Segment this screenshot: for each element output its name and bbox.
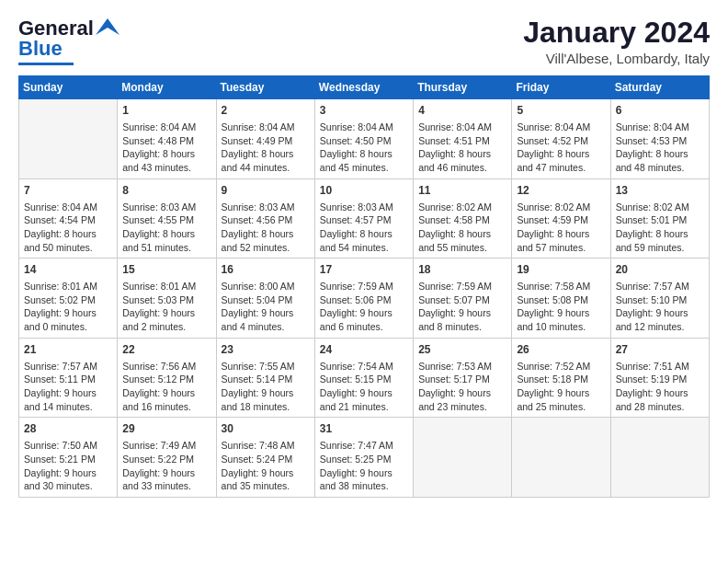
logo-divider [18,63,74,65]
col-friday: Friday [512,76,610,99]
calendar-cell: 11Sunrise: 8:02 AMSunset: 4:58 PMDayligh… [414,178,512,259]
calendar-cell: 26Sunrise: 7:52 AMSunset: 5:18 PMDayligh… [512,338,610,418]
calendar-cell: 4Sunrise: 8:04 AMSunset: 4:51 PMDaylight… [414,99,512,179]
day-number: 28 [24,421,112,437]
day-number: 17 [320,262,408,278]
col-thursday: Thursday [414,76,512,99]
day-number: 22 [122,342,210,358]
calendar-week-row-3: 14Sunrise: 8:01 AMSunset: 5:02 PMDayligh… [19,259,710,339]
day-info: Sunrise: 8:04 AMSunset: 4:54 PMDaylight:… [24,201,112,255]
calendar-cell [414,418,512,498]
day-number: 26 [517,342,605,358]
calendar-cell [512,418,610,498]
calendar-cell: 1Sunrise: 8:04 AMSunset: 4:48 PMDaylight… [118,99,216,179]
day-info: Sunrise: 8:03 AMSunset: 4:55 PMDaylight:… [122,201,210,255]
calendar-week-row-2: 7Sunrise: 8:04 AMSunset: 4:54 PMDaylight… [19,178,710,259]
day-number: 15 [122,262,210,278]
day-number: 13 [616,183,704,199]
day-number: 9 [222,183,310,199]
day-number: 29 [122,421,210,437]
calendar-cell: 2Sunrise: 8:04 AMSunset: 4:49 PMDaylight… [216,99,314,179]
day-info: Sunrise: 8:02 AMSunset: 5:01 PMDaylight:… [616,201,704,255]
day-info: Sunrise: 8:01 AMSunset: 5:02 PMDaylight:… [24,280,112,334]
calendar-cell: 10Sunrise: 8:03 AMSunset: 4:57 PMDayligh… [314,178,413,259]
day-info: Sunrise: 7:52 AMSunset: 5:18 PMDaylight:… [517,360,605,414]
day-number: 25 [418,342,506,358]
calendar-cell: 25Sunrise: 7:53 AMSunset: 5:17 PMDayligh… [414,338,512,418]
day-info: Sunrise: 8:02 AMSunset: 4:58 PMDaylight:… [418,201,506,255]
day-info: Sunrise: 7:55 AMSunset: 5:14 PMDaylight:… [222,360,310,414]
calendar-week-row-5: 28Sunrise: 7:50 AMSunset: 5:21 PMDayligh… [19,418,710,498]
col-saturday: Saturday [610,76,709,99]
col-sunday: Sunday [19,76,118,99]
day-number: 14 [24,262,112,278]
calendar-cell: 12Sunrise: 8:02 AMSunset: 4:59 PMDayligh… [512,178,610,259]
calendar-cell: 18Sunrise: 7:59 AMSunset: 5:07 PMDayligh… [414,259,512,339]
day-number: 3 [320,103,408,119]
col-monday: Monday [118,76,216,99]
day-info: Sunrise: 8:04 AMSunset: 4:52 PMDaylight:… [517,121,605,175]
calendar-cell [610,418,709,498]
day-info: Sunrise: 8:02 AMSunset: 4:59 PMDaylight:… [517,201,605,255]
day-number: 23 [222,342,310,358]
calendar-cell: 27Sunrise: 7:51 AMSunset: 5:19 PMDayligh… [610,338,709,418]
day-number: 27 [616,342,704,358]
day-number: 8 [122,183,210,199]
day-info: Sunrise: 7:57 AMSunset: 5:10 PMDaylight:… [616,280,704,334]
logo-blue: Blue [18,37,63,61]
day-info: Sunrise: 7:59 AMSunset: 5:06 PMDaylight:… [320,280,408,334]
day-number: 18 [418,262,506,278]
calendar-cell: 5Sunrise: 8:04 AMSunset: 4:52 PMDaylight… [512,99,610,179]
page: General Blue January 2024 Vill'Albese, L… [0,0,728,507]
logo: General Blue [18,17,119,65]
header: General Blue January 2024 Vill'Albese, L… [18,17,710,66]
logo-bird-icon [96,18,119,35]
day-info: Sunrise: 7:50 AMSunset: 5:21 PMDaylight:… [24,439,112,493]
calendar-cell: 21Sunrise: 7:57 AMSunset: 5:11 PMDayligh… [19,338,118,418]
day-info: Sunrise: 7:57 AMSunset: 5:11 PMDaylight:… [24,360,112,414]
day-info: Sunrise: 7:58 AMSunset: 5:08 PMDaylight:… [517,280,605,334]
day-number: 5 [517,103,605,119]
day-info: Sunrise: 7:51 AMSunset: 5:19 PMDaylight:… [616,360,704,414]
day-number: 20 [616,262,704,278]
day-info: Sunrise: 8:04 AMSunset: 4:51 PMDaylight:… [418,121,506,175]
calendar-cell: 31Sunrise: 7:47 AMSunset: 5:25 PMDayligh… [314,418,413,498]
day-info: Sunrise: 8:03 AMSunset: 4:57 PMDaylight:… [320,201,408,255]
svg-marker-0 [96,18,119,35]
day-number: 12 [517,183,605,199]
day-info: Sunrise: 7:53 AMSunset: 5:17 PMDaylight:… [418,360,506,414]
calendar-cell: 16Sunrise: 8:00 AMSunset: 5:04 PMDayligh… [216,259,314,339]
day-info: Sunrise: 8:04 AMSunset: 4:50 PMDaylight:… [320,121,408,175]
calendar-cell: 8Sunrise: 8:03 AMSunset: 4:55 PMDaylight… [118,178,216,259]
day-info: Sunrise: 7:56 AMSunset: 5:12 PMDaylight:… [122,360,210,414]
calendar-cell: 17Sunrise: 7:59 AMSunset: 5:06 PMDayligh… [314,259,413,339]
calendar-week-row-4: 21Sunrise: 7:57 AMSunset: 5:11 PMDayligh… [19,338,710,418]
title-area: January 2024 Vill'Albese, Lombardy, Ital… [523,17,710,66]
calendar-cell: 20Sunrise: 7:57 AMSunset: 5:10 PMDayligh… [610,259,709,339]
day-number: 21 [24,342,112,358]
day-number: 1 [122,103,210,119]
day-number: 2 [222,103,310,119]
day-info: Sunrise: 8:04 AMSunset: 4:53 PMDaylight:… [616,121,704,175]
calendar-cell: 22Sunrise: 7:56 AMSunset: 5:12 PMDayligh… [118,338,216,418]
day-info: Sunrise: 7:59 AMSunset: 5:07 PMDaylight:… [418,280,506,334]
day-info: Sunrise: 8:04 AMSunset: 4:49 PMDaylight:… [222,121,310,175]
calendar-table: Sunday Monday Tuesday Wednesday Thursday… [18,75,710,498]
day-number: 4 [418,103,506,119]
calendar-header-row: Sunday Monday Tuesday Wednesday Thursday… [19,76,710,99]
day-number: 30 [222,421,310,437]
day-number: 31 [320,421,408,437]
day-info: Sunrise: 7:54 AMSunset: 5:15 PMDaylight:… [320,360,408,414]
calendar-cell: 7Sunrise: 8:04 AMSunset: 4:54 PMDaylight… [19,178,118,259]
col-tuesday: Tuesday [216,76,314,99]
col-wednesday: Wednesday [314,76,413,99]
page-title: January 2024 [523,17,710,49]
day-info: Sunrise: 7:47 AMSunset: 5:25 PMDaylight:… [320,439,408,493]
calendar-cell: 15Sunrise: 8:01 AMSunset: 5:03 PMDayligh… [118,259,216,339]
calendar-week-row-1: 1Sunrise: 8:04 AMSunset: 4:48 PMDaylight… [19,99,710,179]
calendar-cell: 28Sunrise: 7:50 AMSunset: 5:21 PMDayligh… [19,418,118,498]
day-number: 6 [616,103,704,119]
page-subtitle: Vill'Albese, Lombardy, Italy [523,51,710,66]
day-number: 19 [517,262,605,278]
day-number: 24 [320,342,408,358]
